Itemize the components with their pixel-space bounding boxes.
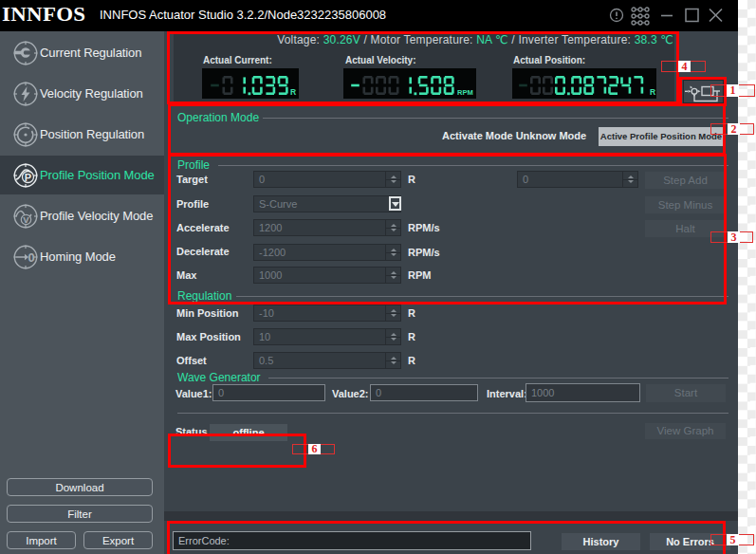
svg-text:V: V: [23, 214, 29, 225]
svg-text:0: 0: [28, 250, 34, 265]
svg-text:P: P: [25, 172, 31, 183]
